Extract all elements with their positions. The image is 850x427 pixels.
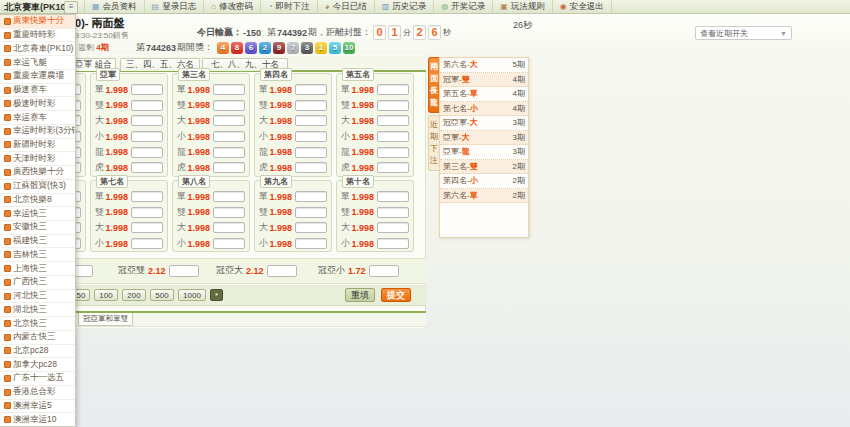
bet-amount-input[interactable]	[131, 84, 163, 95]
sidebar-item[interactable]: 重慶時時彩	[0, 29, 75, 43]
game-menu-icon[interactable]: ≡	[64, 1, 78, 14]
bet-amount-input[interactable]	[295, 222, 327, 233]
sidebar-item[interactable]: 香港总合彩	[0, 386, 75, 400]
view-recent-draws-toggle[interactable]: 查看近期开关 ▼	[695, 26, 792, 40]
bet-amount-input[interactable]	[213, 222, 245, 233]
bet-amount-input[interactable]	[295, 162, 327, 173]
sidebar-item[interactable]: 江蘇骰寶(快3)	[0, 180, 75, 194]
bet-amount-input[interactable]	[377, 207, 409, 218]
bet-amount-input[interactable]	[131, 162, 163, 173]
tab-recent-bets[interactable]: 近期下注	[428, 115, 439, 171]
bet-amount-input[interactable]	[131, 131, 163, 142]
chip-1000[interactable]: 1000	[178, 289, 206, 301]
sum-bet-amount-input[interactable]	[169, 265, 199, 277]
sidebar-item[interactable]: 北京快三	[0, 317, 75, 331]
sidebar-item[interactable]: 湖北快三	[0, 303, 75, 317]
sidebar-item[interactable]: 澳洲幸运10	[0, 413, 75, 426]
sidebar-item[interactable]: 幸运快三	[0, 207, 75, 221]
bet-amount-input[interactable]	[377, 84, 409, 95]
bet-amount-input[interactable]	[295, 115, 327, 126]
toolbar-button-logout[interactable]: ◉安全退出	[553, 0, 612, 13]
sum-bet-amount-input[interactable]	[267, 265, 297, 277]
sidebar-item[interactable]: 澳洲幸运5	[0, 400, 75, 414]
sidebar-item[interactable]: 上海快三	[0, 262, 75, 276]
bet-amount-input[interactable]	[295, 191, 327, 202]
bet-amount-input[interactable]	[377, 222, 409, 233]
bet-amount-input[interactable]	[213, 147, 245, 158]
toolbar-button-rules[interactable]: ▣玩法规则	[493, 0, 553, 13]
sidebar-item[interactable]: 内蒙古快三	[0, 331, 75, 345]
reset-button[interactable]: 重填	[345, 288, 375, 302]
sidebar-item-label: 上海快三	[13, 263, 47, 275]
bet-amount-input[interactable]	[213, 191, 245, 202]
bet-amount-input[interactable]	[377, 238, 409, 249]
toolbar-button-login-log[interactable]: ▤登录日志	[145, 0, 205, 13]
sidebar-item[interactable]: 北京快樂8	[0, 194, 75, 208]
bet-amount-input[interactable]	[213, 131, 245, 142]
chip-500[interactable]: 500	[150, 289, 174, 301]
sidebar-item[interactable]: 广东十一选五	[0, 372, 75, 386]
bet-amount-input[interactable]	[377, 100, 409, 111]
bet-amount-input[interactable]	[131, 207, 163, 218]
bet-amount-input[interactable]	[131, 238, 163, 249]
bullet-icon	[4, 210, 11, 217]
toolbar-button-history[interactable]: ▥历史记录	[375, 0, 435, 13]
bet-amount-input[interactable]	[131, 147, 163, 158]
bet-amount-input[interactable]	[377, 115, 409, 126]
bet-amount-input[interactable]	[295, 207, 327, 218]
bet-amount-input[interactable]	[213, 100, 245, 111]
bet-amount-input[interactable]	[213, 162, 245, 173]
sidebar-item[interactable]: 幸运飞艇	[0, 56, 75, 70]
toolbar-button-member[interactable]: ▦会员资料	[84, 0, 145, 13]
sidebar-item[interactable]: 吉林快三	[0, 248, 75, 262]
chip-200[interactable]: 200	[122, 289, 146, 301]
bet-amount-input[interactable]	[131, 191, 163, 202]
sum-bet-amount-input[interactable]	[369, 265, 399, 277]
toolbar-button-draw-records[interactable]: ◍开奖记录	[434, 0, 493, 13]
tab-sum-odd-even[interactable]: 冠亞軍和單雙	[78, 313, 133, 326]
sidebar-item[interactable]: 新疆时时彩	[0, 139, 75, 153]
bet-row: 小1.998	[95, 236, 163, 252]
bet-amount-input[interactable]	[377, 147, 409, 158]
bet-amount-input[interactable]	[213, 207, 245, 218]
bet-amount-input[interactable]	[131, 222, 163, 233]
bet-amount-input[interactable]	[377, 131, 409, 142]
sidebar-item[interactable]: 北京pc28	[0, 345, 75, 359]
bet-amount-input[interactable]	[295, 238, 327, 249]
sidebar-item[interactable]: 北京賽車(PK10)	[0, 42, 75, 56]
sidebar-item[interactable]: 幸运时时彩(3分钟)	[0, 125, 75, 139]
toolbar-button-password[interactable]: ⌂修改密码	[204, 0, 261, 13]
bet-amount-input[interactable]	[131, 100, 163, 111]
sidebar-item[interactable]: 加拿大pc28	[0, 358, 75, 372]
bet-amount-input[interactable]	[295, 147, 327, 158]
chip-100[interactable]: 100	[94, 289, 118, 301]
bet-amount-input[interactable]	[377, 191, 409, 202]
sidebar-item[interactable]: 极速赛车	[0, 84, 75, 98]
sidebar-item-label: 江蘇骰寶(快3)	[13, 180, 66, 192]
bet-amount-input[interactable]	[295, 84, 327, 95]
bet-amount-input[interactable]	[295, 131, 327, 142]
bet-amount-input[interactable]	[213, 115, 245, 126]
submit-button[interactable]: 提交	[381, 288, 411, 302]
chip-custom[interactable]: *	[210, 289, 223, 301]
bet-odds: 1.998	[105, 239, 131, 249]
sidebar-item[interactable]: 河北快三	[0, 290, 75, 304]
bet-amount-input[interactable]	[213, 238, 245, 249]
sidebar-item[interactable]: 廣東快樂十分	[0, 15, 75, 29]
toolbar-button-live-bets[interactable]: ◔即时下注	[261, 0, 318, 13]
bet-amount-input[interactable]	[295, 100, 327, 111]
sidebar-item[interactable]: 安徽快三	[0, 221, 75, 235]
streak-row: 第七名 - 小4期	[440, 102, 528, 117]
sidebar-item[interactable]: 廣西快樂十分	[0, 166, 75, 180]
tab-two-side-streak[interactable]: 兩面長龍	[428, 57, 439, 113]
sidebar-item[interactable]: 极速时时彩	[0, 97, 75, 111]
bet-amount-input[interactable]	[377, 162, 409, 173]
sidebar-item[interactable]: 天津时时彩	[0, 152, 75, 166]
toolbar-button-today-settled[interactable]: ◕今日已结	[318, 0, 375, 13]
sidebar-item[interactable]: 福建快三	[0, 235, 75, 249]
sidebar-item[interactable]: 重慶幸運農場	[0, 70, 75, 84]
sidebar-item[interactable]: 幸运赛车	[0, 111, 75, 125]
sidebar-item[interactable]: 广西快三	[0, 276, 75, 290]
bet-amount-input[interactable]	[131, 115, 163, 126]
bet-amount-input[interactable]	[213, 84, 245, 95]
